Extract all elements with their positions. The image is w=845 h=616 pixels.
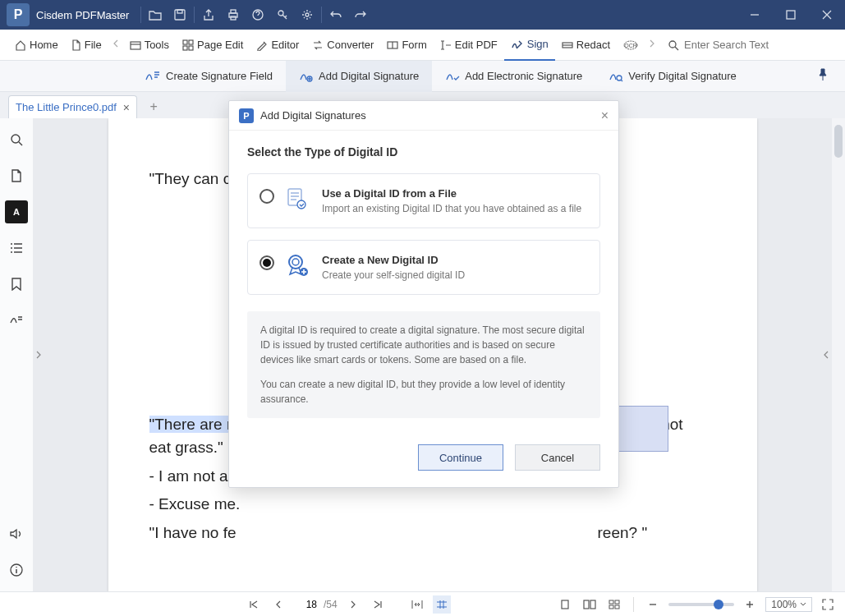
chevron-right-icon — [648, 39, 656, 51]
left-panel: A — [0, 118, 33, 591]
dialog-close-icon[interactable]: × — [601, 108, 608, 123]
file-button[interactable]: File — [65, 30, 108, 61]
opt1-title: Use a Digital ID from a File — [322, 187, 581, 200]
add-electronic-signature-button[interactable]: Add Electronic Signature — [432, 61, 595, 92]
page-edit-button[interactable]: Page Edit — [176, 30, 250, 61]
continue-button[interactable]: Continue — [418, 444, 503, 471]
key-icon[interactable] — [270, 0, 295, 30]
radio-create-new[interactable] — [259, 255, 274, 270]
settings-icon[interactable] — [295, 0, 319, 30]
zoom-value[interactable]: 100% — [765, 597, 812, 612]
file-id-icon — [286, 187, 310, 213]
close-tab-icon[interactable]: × — [123, 101, 130, 114]
add-tab-button[interactable]: + — [142, 95, 165, 118]
editor-button[interactable]: Editor — [250, 30, 305, 61]
cancel-button[interactable]: Cancel — [515, 444, 600, 471]
two-page-icon[interactable] — [581, 595, 599, 614]
pin-icon[interactable] — [817, 68, 829, 84]
svg-point-7 — [305, 13, 309, 16]
prev-page-icon[interactable] — [269, 595, 287, 614]
svg-rect-4 — [231, 16, 236, 20]
add-digital-signature-button[interactable]: Add Digital Signature — [286, 61, 432, 92]
redact-button[interactable]: Redact — [555, 30, 617, 61]
collapse-right-icon[interactable] — [820, 118, 832, 591]
page-input[interactable] — [294, 599, 317, 610]
dialog-logo-icon: P — [239, 108, 254, 123]
svg-rect-9 — [131, 42, 140, 49]
info-icon[interactable] — [5, 559, 28, 582]
continuous-icon[interactable] — [605, 595, 623, 614]
ocr-button[interactable]: OCR — [617, 30, 645, 61]
search-input[interactable] — [684, 39, 799, 51]
svg-rect-12 — [183, 46, 187, 50]
verify-digital-signature-button[interactable]: Verify Digital Signature — [595, 61, 750, 92]
dialog-titlebar: P Add Digital Signatures × — [229, 101, 618, 131]
home-button[interactable]: Home — [8, 30, 65, 61]
option-create-new[interactable]: Create a New Digital ID Create your self… — [247, 240, 600, 295]
svg-text:A: A — [13, 207, 20, 217]
undo-icon[interactable] — [324, 0, 348, 30]
search-panel-icon[interactable] — [5, 128, 28, 151]
first-page-icon[interactable] — [245, 595, 263, 614]
search-icon[interactable] — [668, 39, 679, 51]
print-icon[interactable] — [221, 0, 246, 30]
status-bar: /54 100% — [0, 591, 845, 616]
fit-width-icon[interactable] — [408, 595, 426, 614]
zoom-in-icon[interactable] — [741, 595, 759, 614]
search-box — [659, 39, 845, 51]
dialog-info: A digital ID is required to create a dig… — [247, 311, 600, 418]
help-icon[interactable] — [246, 0, 270, 30]
form-button[interactable]: Form — [380, 30, 433, 61]
edit-pdf-button[interactable]: Edit PDF — [434, 30, 504, 61]
opt2-title: Create a New Digital ID — [322, 254, 465, 266]
svg-rect-29 — [615, 600, 619, 604]
text-panel-icon[interactable]: A — [5, 200, 28, 223]
zoom-slider-thumb[interactable] — [714, 600, 723, 609]
zoom-slider[interactable] — [668, 603, 734, 606]
vertical-scrollbar[interactable] — [832, 118, 845, 591]
maximize-button[interactable] — [773, 0, 809, 30]
svg-rect-28 — [609, 600, 613, 604]
svg-rect-1 — [177, 10, 182, 13]
svg-rect-26 — [584, 600, 589, 609]
next-page-icon[interactable] — [344, 595, 362, 614]
scrollbar-thumb[interactable] — [834, 125, 843, 158]
svg-rect-27 — [590, 600, 595, 609]
radio-use-file[interactable] — [259, 189, 274, 204]
document-tab-label: The Little Prince0.pdf — [16, 101, 117, 113]
zoom-out-icon[interactable] — [644, 595, 662, 614]
svg-point-34 — [289, 255, 302, 269]
sign-button[interactable]: Sign — [504, 30, 555, 61]
single-page-icon[interactable] — [556, 595, 574, 614]
save-icon[interactable] — [168, 0, 192, 30]
collapse-left-icon[interactable] — [33, 118, 44, 591]
bookmark-panel-icon[interactable] — [5, 273, 28, 296]
sign-toolbar: Create Signature Field Add Digital Signa… — [0, 61, 845, 92]
fit-page-icon[interactable] — [433, 595, 451, 614]
svg-rect-31 — [615, 605, 619, 609]
outline-panel-icon[interactable] — [5, 237, 28, 260]
add-digital-signatures-dialog: P Add Digital Signatures × Select the Ty… — [228, 100, 619, 488]
close-button[interactable] — [809, 0, 845, 30]
document-tab[interactable]: The Little Prince0.pdf × — [8, 95, 137, 118]
share-icon[interactable] — [196, 0, 221, 30]
svg-point-35 — [292, 259, 299, 265]
tools-button[interactable]: Tools — [123, 30, 176, 61]
fullscreen-icon[interactable] — [819, 595, 837, 614]
option-use-file[interactable]: Use a Digital ID from a File Import an e… — [247, 173, 600, 228]
minimize-button[interactable] — [737, 0, 773, 30]
converter-button[interactable]: Converter — [305, 30, 380, 61]
signature-panel-icon[interactable] — [5, 309, 28, 332]
opt2-desc: Create your self-signed digital ID — [322, 269, 465, 281]
main-toolbar: Home File Tools Page Edit Editor Convert… — [0, 30, 845, 61]
create-signature-field-button[interactable]: Create Signature Field — [131, 61, 286, 92]
chevron-left-icon — [112, 39, 120, 51]
open-icon[interactable] — [143, 0, 168, 30]
sound-icon[interactable] — [5, 522, 28, 545]
home-label: Home — [30, 39, 58, 51]
redo-icon[interactable] — [348, 0, 373, 30]
last-page-icon[interactable] — [369, 595, 387, 614]
app-title: Cisdem PDFMaster — [36, 9, 129, 21]
titlebar: P Cisdem PDFMaster — [0, 0, 845, 30]
page-panel-icon[interactable] — [5, 164, 28, 187]
